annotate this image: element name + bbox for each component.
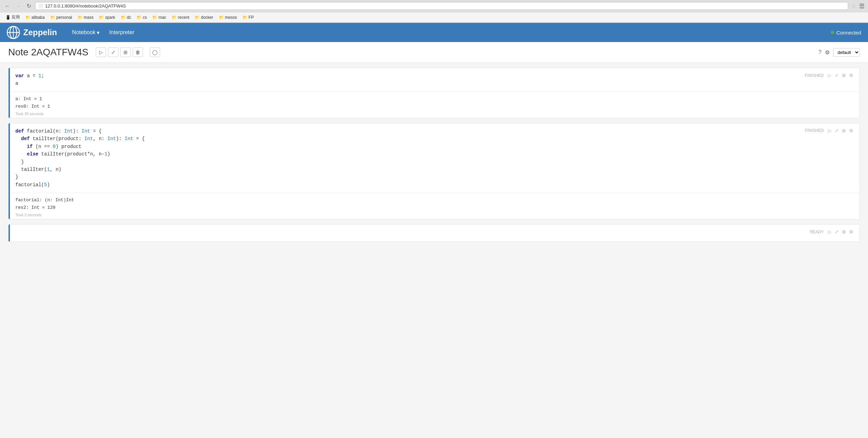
nav-interpreter[interactable]: Interpreter bbox=[104, 23, 139, 42]
para1-time: Took 35 seconds bbox=[15, 112, 853, 116]
para1-header: var a = 1; a FINISHED ▷ ⤢ ⊞ ⚙ bbox=[15, 72, 854, 87]
para3-run-button[interactable]: ▷ bbox=[827, 229, 832, 235]
para2-settings-button[interactable]: ⚙ bbox=[849, 127, 854, 134]
nav-notebook[interactable]: Notebook ▾ bbox=[67, 23, 105, 42]
para3-table-button[interactable]: ⊞ bbox=[841, 229, 846, 235]
connection-label: Connected bbox=[836, 30, 861, 36]
bookmark-item-mass[interactable]: 📁mass bbox=[76, 14, 96, 20]
note-header: Note 2AQATFW4S ▷ ⤢ ⊞ 🗑 ◯ ? ⚙ default bbox=[0, 42, 868, 63]
chevron-down-icon: ▾ bbox=[97, 29, 100, 36]
para1-code[interactable]: var a = 1; a bbox=[15, 72, 44, 87]
para1-settings-button[interactable]: ⚙ bbox=[849, 72, 854, 79]
bookmarks-bar: 📱应用📁alibaba📁personal📁mass📁spark📁dc📁cs📁ma… bbox=[0, 12, 868, 23]
logo[interactable]: Zeppelin bbox=[7, 26, 57, 39]
paragraph-3: READY ▷ ⤢ ⊞ ⚙ bbox=[8, 224, 860, 242]
para2-output: factorial: (n: Int)Int res2: Int = 120 T… bbox=[9, 193, 859, 219]
para1-table-button[interactable]: ⊞ bbox=[841, 72, 846, 79]
note-toolbar: ▷ ⤢ ⊞ 🗑 ◯ bbox=[96, 47, 160, 57]
para3-left-bar bbox=[9, 224, 10, 242]
para3-settings-button[interactable]: ⚙ bbox=[849, 229, 854, 235]
para1-status: FINISHED bbox=[805, 73, 824, 78]
logo-icon bbox=[7, 26, 20, 39]
bookmark-item-dc[interactable]: 📁dc bbox=[119, 14, 133, 20]
browser-chrome: ← → ↻ 📄 127.0.0.1:8080/#/notebook/2AQATF… bbox=[0, 0, 868, 23]
para1-inner: var a = 1; a FINISHED ▷ ⤢ ⊞ ⚙ bbox=[9, 68, 859, 92]
para3-expand-button[interactable]: ⤢ bbox=[834, 229, 839, 235]
bookmark-star-icon[interactable]: ☆ bbox=[851, 2, 856, 10]
bookmark-item-alibaba[interactable]: 📁alibaba bbox=[23, 14, 47, 20]
para3-status: READY bbox=[810, 230, 824, 234]
bookmark-item-recent[interactable]: 📁recent bbox=[170, 14, 191, 20]
para2-output-text: factorial: (n: Int)Int res2: Int = 120 bbox=[15, 196, 853, 211]
run-all-button[interactable]: ▷ bbox=[96, 47, 106, 57]
paragraph-1: var a = 1; a FINISHED ▷ ⤢ ⊞ ⚙ a: Int = 1… bbox=[8, 68, 860, 118]
main-nav: Notebook ▾ Interpreter bbox=[67, 23, 139, 42]
bookmark-item-personal[interactable]: 📁personal bbox=[48, 14, 74, 20]
bookmark-item-应用[interactable]: 📱应用 bbox=[3, 14, 22, 21]
bookmark-item-docker[interactable]: 📁docker bbox=[193, 14, 215, 20]
browser-toolbar: ← → ↻ 📄 127.0.0.1:8080/#/notebook/2AQATF… bbox=[0, 0, 868, 12]
para1-run-button[interactable]: ▷ bbox=[827, 72, 832, 79]
back-button[interactable]: ← bbox=[3, 2, 12, 10]
page-content: Note 2AQATFW4S ▷ ⤢ ⊞ 🗑 ◯ ? ⚙ default var… bbox=[0, 42, 868, 438]
note-settings-button[interactable]: ⚙ bbox=[825, 49, 830, 56]
note-title: Note 2AQATFW4S bbox=[8, 47, 88, 58]
show-shortcuts-button[interactable]: ⊞ bbox=[120, 47, 131, 57]
bookmark-item-mac[interactable]: 📁mac bbox=[150, 14, 168, 20]
app-header: Zeppelin Notebook ▾ Interpreter Connecte… bbox=[0, 23, 868, 42]
lock-icon: 📄 bbox=[38, 4, 43, 8]
para1-expand-button[interactable]: ⤢ bbox=[834, 72, 839, 79]
bookmark-item-spark[interactable]: 📁spark bbox=[97, 14, 117, 20]
para2-expand-button[interactable]: ⤢ bbox=[834, 127, 839, 134]
para2-time: Took 2 seconds bbox=[15, 213, 853, 217]
paragraph-2: def factorial(n: Int): Int = { def tailI… bbox=[8, 123, 860, 219]
para2-table-button[interactable]: ⊞ bbox=[841, 127, 846, 134]
para2-inner: def factorial(n: Int): Int = { def tailI… bbox=[9, 123, 859, 193]
forward-button[interactable]: → bbox=[14, 2, 23, 10]
bookmark-item-FP[interactable]: 📁FP bbox=[240, 14, 256, 20]
para2-status: FINISHED bbox=[805, 128, 824, 133]
delete-all-button[interactable]: 🗑 bbox=[133, 47, 143, 57]
note-header-right: ? ⚙ default bbox=[818, 48, 860, 57]
interpreter-select[interactable]: default bbox=[833, 48, 860, 57]
connection-dot bbox=[831, 31, 834, 34]
connection-status: Connected bbox=[831, 30, 861, 36]
para2-header: def factorial(n: Int): Int = { def tailI… bbox=[15, 127, 854, 189]
cron-button[interactable]: ◯ bbox=[150, 47, 160, 57]
para1-controls: FINISHED ▷ ⤢ ⊞ ⚙ bbox=[805, 72, 854, 79]
para3-controls: READY ▷ ⤢ ⊞ ⚙ bbox=[810, 229, 854, 235]
para2-run-button[interactable]: ▷ bbox=[827, 127, 832, 134]
browser-menu-icon[interactable]: ☰ bbox=[859, 2, 865, 10]
para2-controls: FINISHED ▷ ⤢ ⊞ ⚙ bbox=[805, 127, 854, 134]
bookmark-item-cs[interactable]: 📁cs bbox=[134, 14, 149, 20]
para1-left-bar bbox=[9, 68, 10, 118]
reload-button[interactable]: ↻ bbox=[25, 2, 32, 10]
expand-all-button[interactable]: ⤢ bbox=[108, 47, 118, 57]
para3-header: READY ▷ ⤢ ⊞ ⚙ bbox=[15, 229, 854, 236]
para2-left-bar bbox=[9, 123, 10, 219]
para3-code[interactable] bbox=[15, 229, 18, 236]
help-button[interactable]: ? bbox=[818, 49, 821, 55]
para2-code[interactable]: def factorial(n: Int): Int = { def tailI… bbox=[15, 127, 145, 189]
notebook-area: var a = 1; a FINISHED ▷ ⤢ ⊞ ⚙ a: Int = 1… bbox=[0, 63, 868, 247]
para1-output: a: Int = 1 res0: Int = 1 Took 35 seconds bbox=[9, 92, 859, 118]
url-text: 127.0.0.1:8080/#/notebook/2AQATFW4S bbox=[45, 3, 126, 9]
address-bar[interactable]: 📄 127.0.0.1:8080/#/notebook/2AQATFW4S bbox=[35, 2, 848, 10]
para3-inner: READY ▷ ⤢ ⊞ ⚙ bbox=[9, 224, 859, 242]
logo-text: Zeppelin bbox=[23, 28, 57, 37]
bookmark-item-mesos[interactable]: 📁mesos bbox=[217, 14, 239, 20]
para1-output-text: a: Int = 1 res0: Int = 1 bbox=[15, 95, 853, 110]
